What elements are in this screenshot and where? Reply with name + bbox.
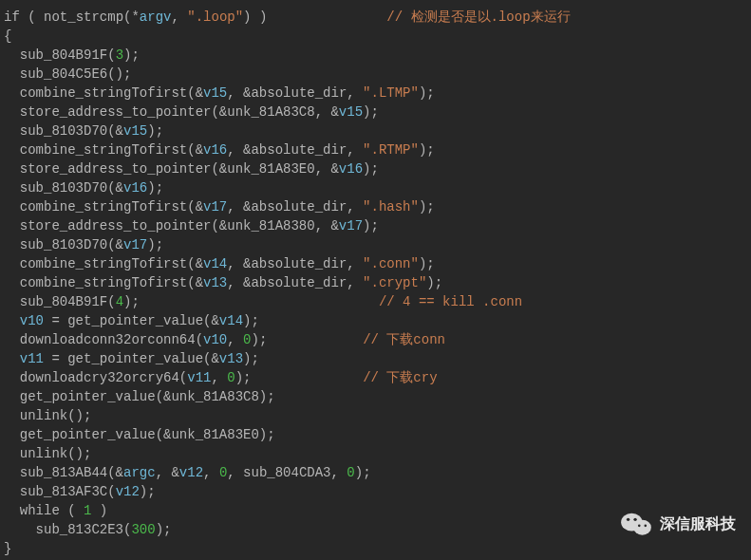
svg-point-1 [633, 520, 651, 535]
code-line: store_address_to_pointer(&unk_81A83C8, &… [4, 103, 747, 121]
code-line: unlink(); [4, 444, 747, 463]
comment: // 4 == kill .conn [379, 294, 522, 309]
code-line: get_pointer_value(&unk_81A83C8); [4, 387, 747, 406]
argv: argv [140, 9, 172, 25]
watermark-text: 深信服科技 [660, 514, 736, 533]
code-line: if ( not_strcmp(*argv, ".loop") ) // 检测是… [4, 8, 747, 27]
code-line: } [4, 539, 747, 558]
code-line: sub_804B91F(3); [4, 46, 747, 65]
comment: // 检测是否是以.loop来运行 [386, 9, 570, 25]
code-line: downloadconn32orconn64(v10, 0); // 下载con… [4, 330, 747, 349]
code-line: combine_stringTofirst(&v15, &absolute_di… [4, 84, 747, 103]
string-loop: ".loop" [187, 9, 243, 25]
code-line: unlink(); [4, 406, 747, 425]
code-line: v11 = get_pointer_value(&v13); [4, 349, 747, 368]
code-line: combine_stringTofirst(&v14, &absolute_di… [4, 254, 747, 273]
code-line: get_pointer_value(&unk_81A83E0); [4, 425, 747, 444]
svg-point-4 [638, 525, 641, 528]
fn-not-strcmp: not_strcmp [44, 9, 123, 25]
code-line: sub_804C5E6(); [4, 65, 747, 84]
svg-point-3 [633, 518, 636, 521]
code-line: sub_8103D70(&v17); [4, 235, 747, 254]
svg-point-2 [627, 518, 629, 521]
code-line: combine_stringTofirst(&v16, &absolute_di… [4, 140, 747, 159]
code-line: sub_804B91F(4); // 4 == kill .conn [4, 292, 747, 311]
code-line: sub_8103D70(&v16); [4, 178, 747, 197]
wechat-icon [620, 511, 652, 537]
comment: // 下载cry [363, 370, 437, 385]
code-line: { [4, 27, 747, 46]
code-line: downloadcry32orcry64(v11, 0); // 下载cry [4, 368, 747, 387]
code-line: sub_8103D70(&v15); [4, 121, 747, 140]
keyword-if: if [4, 9, 20, 25]
svg-point-5 [644, 525, 647, 528]
watermark: 深信服科技 [620, 511, 736, 537]
code-line: store_address_to_pointer(&unk_81A83E0, &… [4, 159, 747, 178]
code-line: sub_813AF3C(v12); [4, 482, 747, 501]
code-line: combine_stringTofirst(&v17, &absolute_di… [4, 197, 747, 216]
code-line: combine_stringTofirst(&v13, &absolute_di… [4, 273, 747, 292]
code-line: v10 = get_pointer_value(&v14); [4, 311, 747, 330]
code-line: sub_813AB44(&argc, &v12, 0, sub_804CDA3,… [4, 463, 747, 482]
comment: // 下载conn [363, 332, 445, 347]
code-line: store_address_to_pointer(&unk_81A8380, &… [4, 216, 747, 235]
